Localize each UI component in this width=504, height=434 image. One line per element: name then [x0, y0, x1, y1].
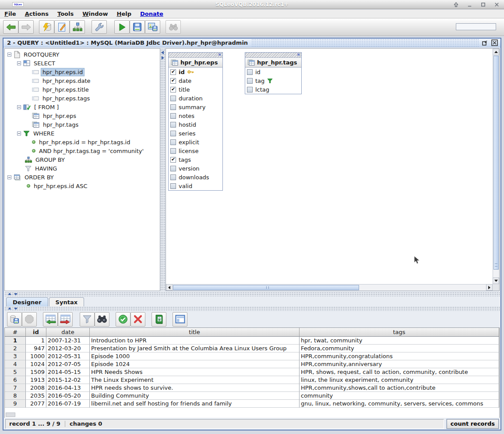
tree-node-where-condition[interactable]: hpr_hpr.eps.id = hpr_hpr.tags.id: [5, 138, 160, 146]
export-button[interactable]: [152, 312, 166, 327]
back-button[interactable]: [3, 20, 18, 34]
collapse-left-icon[interactable]: [161, 51, 164, 54]
scroll-right-icon[interactable]: [486, 284, 493, 291]
tree-diagram-splitter[interactable]: [160, 48, 166, 291]
pivot-view-button[interactable]: [173, 312, 187, 327]
row-num[interactable]: 7: [5, 384, 26, 392]
fetch-previous-button[interactable]: [43, 312, 58, 327]
cell-title[interactable]: Presentation by Jared Smith at the Colum…: [90, 345, 300, 352]
column-checkbox[interactable]: [247, 69, 253, 75]
filter-button[interactable]: [80, 312, 95, 327]
cell-id[interactable]: 1509: [26, 368, 46, 376]
card-header[interactable]: hpr_hpr.tags: [245, 58, 301, 68]
close-icon[interactable]: ✕: [297, 52, 300, 57]
row-num[interactable]: 2: [5, 345, 26, 352]
cell-title[interactable]: Introduction to HPR: [90, 337, 300, 345]
tabs-results-splitter[interactable]: [4, 306, 500, 311]
cell-title[interactable]: libernil.net and self hosting for friend…: [90, 400, 300, 408]
row-num[interactable]: 3: [5, 352, 26, 360]
stop-button[interactable]: [22, 312, 37, 327]
tree-node-select-col[interactable]: hpr_hpr.eps.tags: [5, 94, 160, 103]
menu-tools[interactable]: Tools: [53, 11, 78, 17]
menu-actions[interactable]: Actions: [21, 11, 53, 17]
column-checkbox[interactable]: [170, 148, 176, 154]
row-num[interactable]: 8: [5, 392, 26, 400]
column-checkbox[interactable]: [170, 122, 176, 128]
cell-title[interactable]: Episode 1024: [90, 360, 300, 368]
column-row[interactable]: license: [169, 146, 222, 155]
close-icon[interactable]: [491, 39, 498, 46]
tree-node-orderby-item[interactable]: hpr_hpr.eps.id ASC: [5, 181, 160, 190]
close-icon[interactable]: [493, 1, 500, 8]
collapse-up-icon[interactable]: [8, 293, 11, 295]
card-drag-handle[interactable]: ✕: [245, 53, 301, 58]
row-num[interactable]: 1: [5, 337, 26, 345]
column-row[interactable]: tags: [169, 155, 222, 164]
column-row[interactable]: downloads: [169, 173, 222, 181]
cell-id[interactable]: 1: [26, 337, 46, 345]
cell-date[interactable]: 2012-03-20: [46, 345, 90, 352]
count-records-button[interactable]: count records: [447, 419, 499, 429]
column-checkbox[interactable]: [170, 157, 176, 163]
cell-date[interactable]: 2016-05-20: [46, 392, 90, 400]
column-row[interactable]: valid: [169, 181, 222, 190]
cell-date[interactable]: 2016-07-19: [46, 400, 90, 408]
cell-title[interactable]: HPR needs shows to survive.: [90, 384, 300, 392]
cell-tags[interactable]: community: [300, 392, 499, 400]
column-row[interactable]: title: [169, 85, 222, 94]
row-num[interactable]: 5: [5, 368, 26, 376]
column-row[interactable]: notes: [169, 111, 222, 120]
table-card-tags[interactable]: ✕ hpr_hpr.tags id tag lctag: [245, 52, 302, 94]
shade-icon[interactable]: [452, 1, 460, 8]
column-checkbox[interactable]: [170, 104, 176, 110]
cell-id[interactable]: 1024: [26, 360, 46, 368]
run-button[interactable]: [114, 20, 130, 34]
results-table[interactable]: # id date title tags 1 1 2007-12-31 Intr…: [5, 328, 499, 408]
query-frame-titlebar[interactable]: 2 - QUERY : <Untitled1> : MySQL (MariaDB…: [4, 39, 500, 47]
column-row[interactable]: explicit: [169, 138, 222, 146]
cell-date[interactable]: 2007-12-31: [46, 337, 90, 345]
fetch-next-button[interactable]: [58, 312, 73, 327]
column-row[interactable]: id: [169, 68, 222, 76]
column-checkbox[interactable]: [247, 78, 253, 84]
column-checkbox[interactable]: [170, 131, 176, 136]
column-row[interactable]: hostid: [169, 120, 222, 129]
tree-node-from-table[interactable]: hpr_hpr.tags: [5, 120, 160, 129]
col-header-num[interactable]: #: [5, 328, 26, 337]
schema-button[interactable]: [70, 20, 85, 34]
menu-donate[interactable]: Donate: [136, 11, 168, 17]
column-checkbox[interactable]: [170, 96, 176, 101]
tree-node-select-col[interactable]: hpr_hpr.eps.date: [5, 76, 160, 85]
column-checkbox[interactable]: [170, 166, 176, 171]
column-checkbox[interactable]: [170, 87, 176, 92]
scroll-left-icon[interactable]: [166, 284, 173, 291]
column-checkbox[interactable]: [170, 113, 176, 119]
collapse-handle-icon[interactable]: [17, 132, 21, 135]
find-records-button[interactable]: [95, 312, 109, 327]
scroll-up-icon[interactable]: [493, 49, 499, 55]
collapse-handle-icon[interactable]: [7, 175, 11, 179]
col-header-id[interactable]: id: [26, 328, 46, 337]
collapse-handle-icon[interactable]: [17, 61, 21, 65]
preferences-button[interactable]: [92, 20, 107, 34]
tree-node-rootquery[interactable]: ROOTQUERY: [5, 50, 160, 59]
cell-tags[interactable]: hpr, twat, community: [300, 337, 499, 345]
cell-tags[interactable]: gnu, linux, networking, community, serve…: [300, 400, 499, 408]
collapse-up-icon[interactable]: [8, 307, 11, 309]
tree-node-from-table[interactable]: hpr_hpr.eps: [5, 111, 160, 120]
forward-button[interactable]: [18, 20, 34, 34]
cell-date[interactable]: 2012-05-31: [46, 352, 90, 360]
collapse-down-icon[interactable]: [14, 308, 18, 310]
cell-tags[interactable]: HPR,community,anniversary: [300, 360, 499, 368]
column-checkbox[interactable]: [247, 87, 253, 92]
collapse-right-icon[interactable]: [162, 56, 164, 60]
cancel-changes-button[interactable]: [130, 312, 145, 327]
tree-node-from[interactable]: [ FROM ]: [5, 103, 160, 111]
column-checkbox[interactable]: [170, 183, 176, 189]
col-header-date[interactable]: date: [46, 328, 90, 337]
column-row[interactable]: summary: [169, 103, 222, 111]
tree-node-where-condition[interactable]: AND hpr_hpr.tags.tag = 'community': [5, 146, 160, 155]
column-checkbox[interactable]: [170, 139, 176, 145]
col-header-tags[interactable]: tags: [300, 328, 499, 337]
column-checkbox[interactable]: [170, 69, 176, 75]
